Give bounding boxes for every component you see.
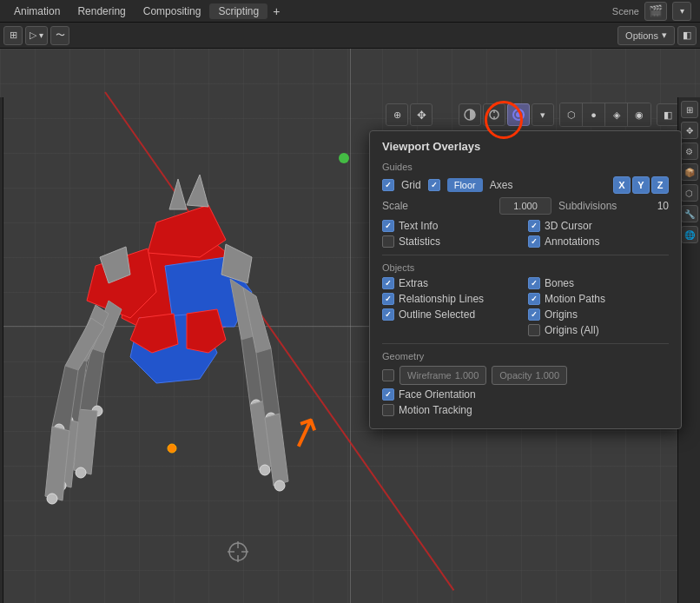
subdivisions-row: Subdivisions 10	[558, 200, 669, 212]
right-tools-btn6[interactable]: 🔧	[681, 205, 698, 222]
viewport-area: ↗ ⊕ ✥	[0, 49, 700, 603]
annotations-label: Annotations	[545, 235, 599, 248]
extras-bones-row: Extras Bones	[382, 277, 669, 289]
cursor-btn2[interactable]: ✥	[410, 103, 433, 126]
bones-item: Bones	[528, 277, 669, 289]
svg-point-10	[76, 467, 86, 478]
relationship-motion-row: Relationship Lines Motion Paths	[382, 293, 669, 305]
axis-z-btn[interactable]: Z	[651, 176, 669, 194]
menu-item-animation[interactable]: Animation	[5, 3, 69, 19]
opacity-btn-label: Opacity	[499, 370, 532, 381]
shading-wire-btn[interactable]: ⬡	[560, 103, 583, 126]
extra-viewport-btn[interactable]: ◧	[657, 103, 679, 126]
axis-x-btn[interactable]: X	[613, 176, 631, 194]
divider1	[382, 255, 669, 255]
viewport-shading-btn[interactable]	[459, 103, 481, 126]
options-arrow: ▾	[662, 30, 667, 41]
right-tools-btn4[interactable]: 📦	[681, 163, 698, 181]
svg-point-34	[168, 444, 176, 453]
options-label: Options	[625, 30, 658, 41]
menu-item-compositing[interactable]: Compositing	[135, 3, 210, 19]
right-tools-btn7[interactable]: 🌐	[681, 226, 698, 243]
three-d-cursor-label: 3D Cursor	[545, 220, 592, 232]
statistics-label: Statistics	[399, 235, 440, 248]
annotations-checkbox[interactable]	[528, 235, 540, 248]
wireframe-btn-value: 1.000	[455, 370, 479, 381]
grid-label: Grid	[401, 179, 421, 191]
options-button[interactable]: Options ▾	[617, 26, 675, 45]
origins-item: Origins	[528, 308, 669, 321]
origins-label: Origins	[545, 308, 578, 321]
statistics-checkbox[interactable]	[382, 235, 394, 248]
add-workspace-button[interactable]: +	[267, 3, 285, 20]
graph-editor-btn[interactable]: 〜	[50, 26, 69, 45]
right-tools-btn3[interactable]: ⚙	[681, 142, 698, 160]
scene-label: Scene	[612, 6, 639, 17]
extras-item: Extras	[382, 277, 523, 289]
extra-options-btn[interactable]: ◧	[677, 26, 697, 45]
engine-dropdown[interactable]: ▾	[672, 2, 691, 21]
guides-section-label: Guides	[382, 162, 669, 172]
origins-all-checkbox[interactable]	[528, 324, 540, 336]
viewport-crosshair	[226, 540, 250, 564]
floor-label[interactable]: Floor	[447, 178, 483, 192]
grid-checkbox[interactable]	[382, 179, 394, 191]
motion-tracking-checkbox[interactable]	[382, 404, 394, 416]
scale-input[interactable]	[499, 197, 551, 215]
svg-marker-35	[169, 179, 187, 209]
motion-tracking-row: Motion Tracking	[382, 404, 669, 416]
outline-selected-label: Outline Selected	[399, 308, 475, 321]
bones-checkbox[interactable]	[528, 277, 540, 289]
right-tools-btn2[interactable]: ✥	[681, 122, 698, 139]
outline-selected-checkbox[interactable]	[382, 308, 394, 321]
subdivisions-value: 10	[643, 200, 669, 212]
face-orientation-label: Face Orientation	[399, 388, 476, 401]
viewport-toolbar: ⊕ ✥ ▾ ⬡ ● ◈ ◉	[382, 101, 700, 129]
top-menu-bar: Animation Rendering Compositing Scriptin…	[0, 0, 700, 23]
shading-rendered-btn[interactable]: ◉	[628, 103, 650, 126]
motion-paths-checkbox[interactable]	[528, 293, 540, 305]
overlay-dropdown-btn[interactable]: ▾	[532, 103, 554, 126]
extras-checkbox[interactable]	[382, 277, 394, 289]
shading-mode-group: ⬡ ● ◈ ◉	[559, 103, 651, 127]
editor-type-btn[interactable]: ⊞	[3, 26, 23, 45]
statistics-item: Statistics	[382, 235, 523, 248]
menu-item-rendering[interactable]: Rendering	[69, 3, 134, 19]
right-tools-btn5[interactable]: ⬡	[681, 184, 698, 202]
wireframe-btn[interactable]: Wireframe 1.000	[400, 366, 486, 385]
viewport-overlay-btn[interactable]	[507, 103, 530, 126]
face-orientation-checkbox[interactable]	[382, 388, 394, 401]
scale-row: Scale Subdivisions 10	[382, 197, 669, 215]
three-d-cursor-item: 3D Cursor	[528, 220, 669, 232]
mode-dropdown[interactable]: ▷▾	[25, 26, 48, 45]
divider2	[382, 343, 669, 344]
grid-vertical-line	[350, 49, 351, 603]
guides-row1: Grid Floor Axes X Y Z	[382, 176, 669, 194]
geometry-section-label: Geometry	[382, 351, 669, 361]
wireframe-checkbox[interactable]	[382, 369, 394, 381]
floor-checkbox[interactable]	[428, 179, 440, 191]
face-orientation-row: Face Orientation	[382, 388, 669, 401]
text-info-checkbox[interactable]	[382, 220, 394, 232]
origins-all-label: Origins (All)	[545, 324, 599, 336]
three-d-cursor-checkbox[interactable]	[528, 220, 540, 232]
motion-paths-item: Motion Paths	[528, 293, 669, 305]
menu-item-scripting[interactable]: Scripting	[209, 3, 267, 19]
wireframe-btn-label: Wireframe	[407, 370, 452, 381]
shading-solid-btn[interactable]: ●	[583, 103, 605, 126]
relationship-lines-checkbox[interactable]	[382, 293, 394, 305]
annotations-item: Annotations	[528, 235, 669, 248]
shading-material-btn[interactable]: ◈	[605, 103, 628, 126]
axes-label: Axes	[490, 179, 513, 191]
right-tools-btn1[interactable]: ⊞	[681, 101, 698, 118]
relationship-lines-item: Relationship Lines	[382, 293, 523, 305]
gizmo-btn[interactable]	[483, 103, 505, 126]
opacity-btn[interactable]: Opacity 1.000	[492, 366, 567, 385]
extras-label: Extras	[399, 277, 428, 289]
scene-icon[interactable]: 🎬	[644, 2, 667, 21]
relationship-lines-label: Relationship Lines	[399, 293, 484, 305]
origins-checkbox[interactable]	[528, 308, 540, 321]
cursor-mode-btn[interactable]: ⊕	[386, 103, 408, 126]
axis-y-btn[interactable]: Y	[632, 176, 650, 194]
second-toolbar: ⊞ ▷▾ 〜 Options ▾ ◧	[0, 23, 700, 49]
